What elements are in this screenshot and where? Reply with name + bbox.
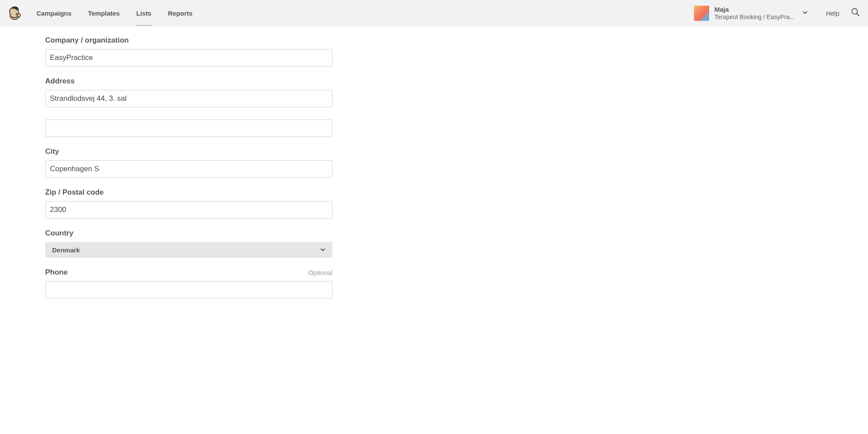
account-switcher[interactable]: Maja Terapeut Booking / EasyPra... [694,6,815,21]
city-label: City [45,147,59,156]
phone-label: Phone [45,268,68,277]
zip-input[interactable] [45,201,332,219]
nav-reports[interactable]: Reports [168,0,193,26]
company-label: Company / organization [45,36,129,45]
address2-input[interactable] [45,119,332,137]
country-label: Country [45,229,73,238]
field-country: Country Denmark [45,229,332,258]
svg-point-2 [17,13,20,17]
zip-label: Zip / Postal code [45,188,104,197]
nav-campaigns[interactable]: Campaigns [36,0,72,26]
chevron-down-icon [320,246,326,254]
nav-lists[interactable]: Lists [136,0,151,26]
chevron-down-icon [802,9,808,17]
field-phone: Phone Optional [45,268,332,298]
field-zip: Zip / Postal code [45,188,332,219]
search-icon[interactable] [851,7,860,19]
company-input[interactable] [45,49,332,66]
mailchimp-logo[interactable] [6,4,24,22]
phone-input[interactable] [45,281,332,298]
country-select[interactable]: Denmark [45,242,332,258]
address-input[interactable] [45,90,332,107]
field-address: Address [45,77,332,137]
main-nav: Campaigns Templates Lists Reports [36,0,193,26]
account-name: Maja [714,6,795,13]
country-selected-value: Denmark [52,246,80,254]
account-info: Maja Terapeut Booking / EasyPra... [714,6,795,21]
svg-line-4 [857,13,859,16]
account-org: Terapeut Booking / EasyPra... [714,13,795,21]
avatar [694,6,709,21]
topbar: Campaigns Templates Lists Reports Maja T… [0,0,868,27]
field-company: Company / organization [45,36,332,66]
nav-templates[interactable]: Templates [88,0,120,26]
city-input[interactable] [45,160,332,178]
field-city: City [45,147,332,178]
phone-hint: Optional [308,269,332,276]
address-label: Address [45,77,75,86]
help-link[interactable]: Help [826,10,839,17]
